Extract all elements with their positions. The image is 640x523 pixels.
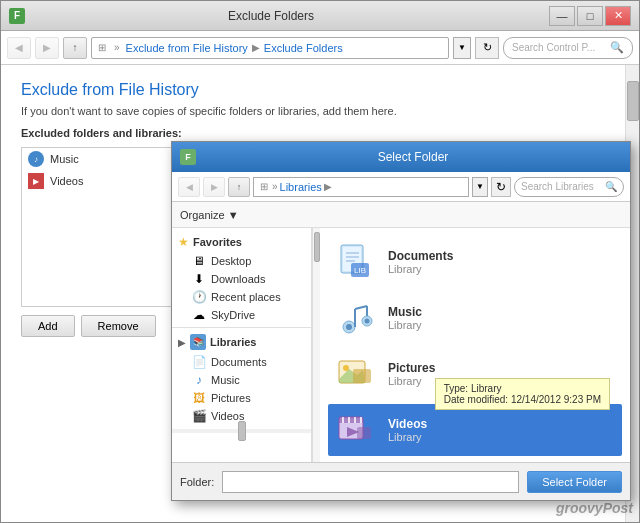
sidebar-scrollbar-thumb	[238, 421, 246, 441]
watermark: groovyPost	[556, 500, 633, 516]
dialog-address-bar: ◀ ▶ ↑ ⊞ » Libraries ▶ ▼ ↻ Search Librari…	[172, 172, 630, 202]
documents-lib-name: Documents	[388, 249, 453, 263]
svg-point-8	[346, 324, 352, 330]
pictures-lib-info: Pictures Library	[388, 361, 435, 387]
sidebar-item-documents[interactable]: 📄 Documents	[172, 353, 311, 371]
pictures-label: Pictures	[211, 392, 251, 404]
downloads-icon: ⬇	[192, 272, 206, 286]
dialog-search-input[interactable]: Search Libraries 🔍	[514, 177, 624, 197]
svg-text:LIB: LIB	[354, 266, 366, 275]
forward-button[interactable]: ▶	[35, 37, 59, 59]
dialog-refresh-button[interactable]: ↻	[491, 177, 511, 197]
recent-places-icon: 🕐	[192, 290, 206, 304]
videos-big-icon	[336, 410, 376, 450]
music-big-icon	[336, 298, 376, 338]
documents-lib-sub: Library	[388, 263, 453, 275]
close-button[interactable]: ✕	[605, 6, 631, 26]
dialog-breadcrumb-libraries[interactable]: Libraries	[280, 181, 322, 193]
address-dropdown[interactable]: ▼	[453, 37, 471, 59]
library-item-videos[interactable]: Videos Library	[328, 404, 622, 456]
library-item-documents[interactable]: LIB Documents Library	[328, 236, 622, 288]
address-bar: ◀ ▶ ↑ ⊞ » Exclude from File History ▶ Ex…	[1, 31, 639, 65]
page-title: Exclude from File History	[21, 81, 605, 99]
star-icon: ★	[178, 235, 189, 249]
sidebar-scrollbar[interactable]	[312, 228, 320, 462]
music-lib-sub: Library	[388, 319, 422, 331]
search-input-box[interactable]: Search Control P... 🔍	[503, 37, 633, 59]
documents-lib-info: Documents Library	[388, 249, 453, 275]
dialog-search-icon: 🔍	[605, 181, 617, 192]
documents-icon: 📄	[192, 355, 206, 369]
dialog-footer: Folder: Select Folder	[172, 462, 630, 500]
pictures-lib-name: Pictures	[388, 361, 435, 375]
refresh-button[interactable]: ↻	[475, 37, 499, 59]
dialog-toolbar: Organize ▼	[172, 202, 630, 228]
remove-button[interactable]: Remove	[81, 315, 156, 337]
organize-arrow-icon: ▼	[228, 209, 239, 221]
minimize-button[interactable]: —	[549, 6, 575, 26]
dialog-back-button[interactable]: ◀	[178, 177, 200, 197]
folder-input[interactable]	[222, 471, 519, 493]
desktop-icon: 🖥	[192, 254, 206, 268]
skydrive-icon: ☁	[192, 308, 206, 322]
dialog-forward-button[interactable]: ▶	[203, 177, 225, 197]
breadcrumb-arrow: ▶	[252, 42, 260, 53]
select-folder-button[interactable]: Select Folder	[527, 471, 622, 493]
videos-item-label: Videos	[50, 175, 83, 187]
page-subtitle: If you don't want to save copies of spec…	[21, 105, 605, 117]
main-window: F Exclude Folders — □ ✕ ◀ ▶ ↑ ⊞ » Exclud…	[0, 0, 640, 523]
organize-button[interactable]: Organize ▼	[180, 209, 239, 221]
videos-lib-info: Videos Library	[388, 417, 427, 443]
libraries-section[interactable]: ▶ 📚 Libraries	[172, 331, 311, 353]
favorites-label: Favorites	[193, 236, 242, 248]
back-button[interactable]: ◀	[7, 37, 31, 59]
downloads-label: Downloads	[211, 273, 265, 285]
svg-rect-17	[353, 369, 371, 383]
libraries-label: Libraries	[210, 336, 256, 348]
music-lib-label: Music	[211, 374, 240, 386]
videos-lib-name: Videos	[388, 417, 427, 431]
excluded-section-label: Excluded folders and libraries:	[21, 127, 605, 139]
music-lib-icon: ♪	[192, 373, 206, 387]
recent-label: Recent places	[211, 291, 281, 303]
search-placeholder: Search Control P...	[512, 42, 610, 53]
sidebar-scrollbar-thumb2	[314, 232, 320, 262]
breadcrumb: ⊞ » Exclude from File History ▶ Exclude …	[98, 42, 343, 54]
documents-big-icon: LIB	[336, 242, 376, 282]
dialog-app-icon: F	[180, 149, 196, 165]
library-item-music[interactable]: Music Library	[328, 292, 622, 344]
dialog-address-dropdown[interactable]: ▼	[472, 177, 488, 197]
breadcrumb-sep: »	[114, 42, 120, 53]
tooltip: Type: Library Date modified: 12/14/2012 …	[435, 378, 610, 410]
svg-rect-25	[357, 427, 371, 439]
sidebar-item-music-lib[interactable]: ♪ Music	[172, 371, 311, 389]
svg-point-13	[365, 319, 370, 324]
sidebar-item-recent[interactable]: 🕐 Recent places	[172, 288, 311, 306]
libraries-expand-icon: ▶	[178, 337, 186, 348]
up-button[interactable]: ↑	[63, 37, 87, 59]
dialog-main: LIB Documents Library	[320, 228, 630, 462]
videos-lib-sub: Library	[388, 431, 427, 443]
breadcrumb-file-history[interactable]: Exclude from File History	[126, 42, 248, 54]
pictures-lib-sub: Library	[388, 375, 435, 387]
dialog-address-path[interactable]: ⊞ » Libraries ▶	[253, 177, 469, 197]
dialog-title-bar: F Select Folder	[172, 142, 630, 172]
svg-line-10	[355, 306, 367, 309]
scrollbar-thumb	[627, 81, 639, 121]
address-path[interactable]: ⊞ » Exclude from File History ▶ Exclude …	[91, 37, 449, 59]
add-button[interactable]: Add	[21, 315, 75, 337]
music-lib-name: Music	[388, 305, 422, 319]
tooltip-date-modified: Date modified: 12/14/2012 9:23 PM	[444, 394, 601, 405]
sidebar-item-skydrive[interactable]: ☁ SkyDrive	[172, 306, 311, 324]
sidebar-item-pictures[interactable]: 🖼 Pictures	[172, 389, 311, 407]
sidebar-item-downloads[interactable]: ⬇ Downloads	[172, 270, 311, 288]
favorites-section[interactable]: ★ Favorites	[172, 232, 311, 252]
video-icon: ▶	[28, 173, 44, 189]
dialog-up-button[interactable]: ↑	[228, 177, 250, 197]
title-bar: F Exclude Folders — □ ✕	[1, 1, 639, 31]
breadcrumb-exclude-folders[interactable]: Exclude Folders	[264, 42, 343, 54]
sidebar-item-desktop[interactable]: 🖥 Desktop	[172, 252, 311, 270]
tooltip-type: Type: Library	[444, 383, 601, 394]
maximize-button[interactable]: □	[577, 6, 603, 26]
music-icon: ♪	[28, 151, 44, 167]
